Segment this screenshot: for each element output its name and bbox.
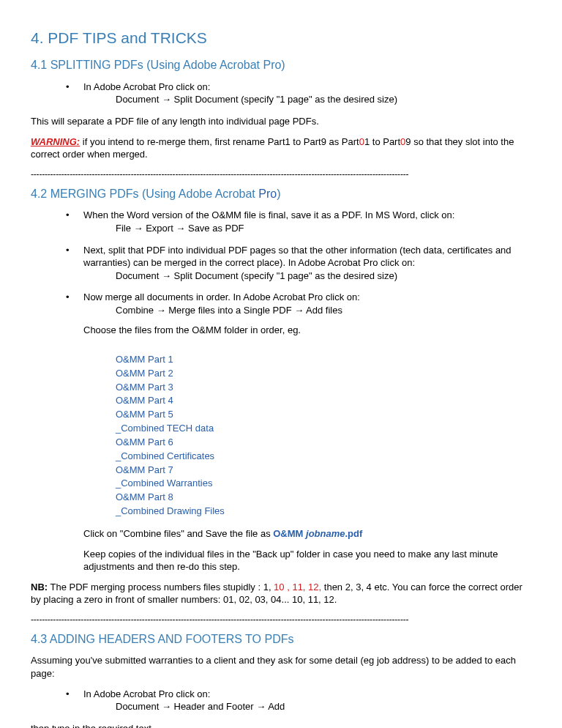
arrow-icon: → [162, 701, 171, 712]
arrow-icon: → [256, 701, 266, 712]
file-list-item: _Combined Certificates [116, 450, 531, 464]
bullet-icon: • [66, 209, 83, 234]
body-text: Keep copies of the individual files in t… [83, 548, 531, 573]
arrow-icon: → [157, 305, 166, 316]
file-list-item: O&MM Part 7 [116, 464, 531, 478]
list-item: • In Adobe Acrobat Pro click on: Documen… [66, 81, 531, 106]
file-list-item: O&MM Part 2 [116, 367, 531, 381]
file-list-item: O&MM Part 6 [116, 436, 531, 450]
body-text: In Adobe Acrobat Pro click on: [83, 688, 531, 701]
body-text: Document → Split Document (specify "1 pa… [83, 270, 531, 283]
arrow-icon: → [294, 305, 304, 316]
body-text: Next, split that PDF into individual PDF… [83, 244, 531, 270]
body-text: Document → Header and Footer → Add [83, 700, 531, 713]
list-item: • Next, split that PDF into individual P… [66, 244, 531, 283]
body-text: When the Word version of the O&MM file i… [83, 209, 531, 222]
body-text: Assuming you've submitted warranties to … [31, 654, 531, 680]
section-4-1-heading: 4.1 SPLITTING PDFs (Using Adobe Acrobat … [31, 57, 531, 73]
warning-label: WARNING: [31, 136, 80, 147]
list-item: • When the Word version of the O&MM file… [66, 209, 531, 234]
bullet-icon: • [66, 688, 83, 713]
file-list-item: _Combined Warranties [116, 477, 531, 491]
file-list-item: O&MM Part 4 [116, 394, 531, 408]
file-list-item: _Combined TECH data [116, 422, 531, 436]
body-text: Choose the files from the O&MM folder in… [83, 324, 531, 337]
body-text: Combine → Merge files into a Single PDF … [83, 304, 531, 317]
body-text: File → Export → Save as PDF [83, 222, 531, 235]
note-label: NB: [31, 582, 48, 593]
arrow-icon: → [162, 94, 171, 105]
arrow-icon: → [176, 223, 185, 234]
bullet-icon: • [66, 244, 83, 283]
list-item: • In Adobe Acrobat Pro click on: Documen… [66, 688, 531, 713]
body-text: then type in the required text. [31, 722, 531, 728]
list-item: • Now merge all documents in order. In A… [66, 291, 531, 344]
arrow-icon: → [162, 270, 171, 281]
section-4-3-heading: 4.3 ADDING HEADERS AND FOOTERS TO PDFs [31, 631, 531, 647]
body-text: Click on "Combine files" and Save the fi… [83, 527, 531, 541]
file-list: O&MM Part 1O&MM Part 2O&MM Part 3O&MM Pa… [31, 353, 531, 519]
bullet-icon: • [66, 81, 83, 106]
warning-text: WARNING: if you intend to re-merge them,… [31, 135, 531, 161]
section-4-2-heading: 4.2 MERGING PDFs (Using Adobe Acrobat Pr… [31, 186, 531, 202]
body-text: In Adobe Acrobat Pro click on: [83, 81, 531, 94]
body-text: Now merge all documents in order. In Ado… [83, 291, 531, 304]
bullet-icon: • [66, 291, 83, 344]
body-text: This will separate a PDF file of any len… [31, 115, 531, 128]
file-list-item: O&MM Part 8 [116, 491, 531, 505]
file-list-item: O&MM Part 5 [116, 408, 531, 422]
note-text: NB: The PDF merging process numbers file… [31, 581, 531, 606]
page-title: 4. PDF TIPS and TRICKS [31, 28, 531, 48]
file-list-item: _Combined Drawing Files [116, 505, 531, 519]
divider: ----------------------------------------… [31, 168, 531, 180]
file-list-item: O&MM Part 1 [116, 353, 531, 367]
body-text: Document → Split Document (specify "1 pa… [83, 93, 531, 106]
divider: ----------------------------------------… [31, 614, 531, 625]
file-list-item: O&MM Part 3 [116, 381, 531, 395]
arrow-icon: → [134, 223, 143, 234]
